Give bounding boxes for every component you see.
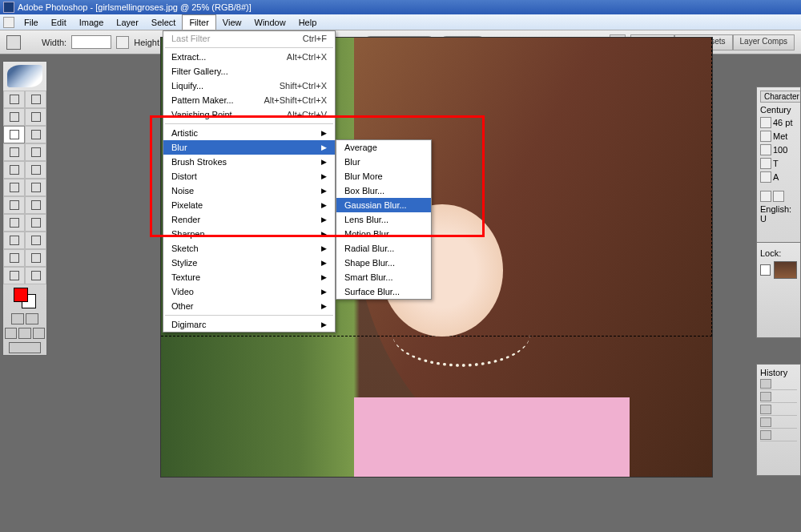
shape-tool[interactable]	[25, 232, 46, 249]
history-row[interactable]	[760, 390, 797, 403]
blur-gaussian-blur[interactable]: Gaussian Blur...	[336, 198, 431, 212]
filter-distort[interactable]: Distort▶	[163, 169, 335, 183]
blur-lens-blur[interactable]: Lens Blur...	[336, 212, 431, 227]
menu-window[interactable]: Window	[248, 15, 292, 30]
menu-file[interactable]: File	[18, 15, 45, 30]
screen-mode-full[interactable]	[33, 328, 45, 339]
blur-box-blur[interactable]: Box Blur...	[336, 183, 431, 198]
filter-video[interactable]: Video▶	[163, 284, 335, 299]
move-tool[interactable]	[25, 91, 46, 108]
screen-mode-full-menu[interactable]	[18, 328, 30, 339]
screen-mode-standard[interactable]	[5, 328, 17, 339]
filter-pixelate[interactable]: Pixelate▶	[163, 198, 335, 212]
language-select[interactable]: English: U	[760, 204, 797, 224]
blur-motion-blur[interactable]: Motion Blur...	[336, 227, 431, 241]
menu-view[interactable]: View	[216, 15, 248, 30]
character-tab[interactable]: Character	[760, 91, 801, 103]
swap-dimensions-icon[interactable]	[116, 36, 129, 49]
history-panel[interactable]: History	[756, 364, 801, 476]
filter-extract[interactable]: Extract...Alt+Ctrl+X	[163, 50, 335, 64]
history-row[interactable]	[760, 429, 797, 441]
filter-other[interactable]: Other▶	[163, 299, 335, 313]
eraser-tool[interactable]	[3, 179, 25, 196]
layer-thumbnail[interactable]	[774, 261, 797, 279]
history-tab[interactable]: History	[760, 368, 787, 377]
filter-blur[interactable]: Blur▶	[163, 140, 335, 155]
blur-submenu: Average Blur Blur More Box Blur... Gauss…	[336, 139, 432, 300]
filter-stylize[interactable]: Stylize▶	[163, 256, 335, 270]
lasso-tool[interactable]	[3, 108, 25, 126]
filter-brush-strokes[interactable]: Brush Strokes▶	[163, 155, 335, 169]
vscale-icon	[760, 158, 771, 169]
dodge-tool[interactable]	[25, 196, 46, 214]
menu-layer[interactable]: Layer	[110, 15, 145, 30]
marquee-tool[interactable]	[3, 91, 25, 108]
standard-mode-button[interactable]	[11, 313, 24, 324]
foreground-color[interactable]	[14, 288, 28, 302]
leading-value[interactable]: Met	[773, 131, 787, 141]
filter-vanishing-point[interactable]: Vanishing Point...Alt+Ctrl+V	[163, 107, 335, 122]
filter-pattern-maker[interactable]: Pattern Maker...Alt+Shift+Ctrl+X	[163, 93, 335, 107]
slice-tool[interactable]	[25, 126, 46, 143]
zoom-tool[interactable]	[25, 267, 46, 284]
filter-artistic[interactable]: Artistic▶	[163, 126, 335, 140]
color-swatches[interactable]	[3, 284, 46, 312]
history-row[interactable]	[760, 416, 797, 429]
imageready-button[interactable]	[9, 342, 41, 353]
blur-smart-blur[interactable]: Smart Blur...	[336, 270, 431, 284]
notes-tool[interactable]	[3, 249, 25, 267]
crop-tool-icon[interactable]	[6, 35, 21, 50]
blur-blur-more[interactable]: Blur More	[336, 169, 431, 183]
filter-menu-dropdown: Last FilterCtrl+F Extract...Alt+Ctrl+X F…	[163, 30, 336, 332]
history-row[interactable]	[760, 403, 797, 416]
path-selection-tool[interactable]	[3, 214, 25, 232]
filter-sharpen[interactable]: Sharpen▶	[163, 227, 335, 241]
filter-liquify[interactable]: Liquify...Shift+Ctrl+X	[163, 79, 335, 93]
layers-panel[interactable]: Lock:	[756, 242, 801, 338]
blur-blur[interactable]: Blur	[336, 155, 431, 169]
layer-row[interactable]	[760, 261, 797, 279]
menu-edit[interactable]: Edit	[45, 15, 73, 30]
filter-render[interactable]: Render▶	[163, 212, 335, 227]
filter-texture[interactable]: Texture▶	[163, 270, 335, 284]
history-brush-tool[interactable]	[25, 161, 46, 179]
visibility-eye-icon[interactable]	[760, 264, 771, 276]
menu-help[interactable]: Help	[292, 15, 324, 30]
blur-radial-blur[interactable]: Radial Blur...	[336, 241, 431, 256]
crop-tool[interactable]	[3, 126, 25, 143]
blur-shape-blur[interactable]: Shape Blur...	[336, 256, 431, 270]
tracking-value[interactable]: 100	[773, 145, 787, 155]
clone-stamp-tool[interactable]	[3, 161, 25, 179]
tracking-icon	[760, 144, 771, 155]
menu-filter[interactable]: Filter	[182, 14, 215, 30]
type-tool[interactable]	[25, 214, 46, 232]
filter-noise[interactable]: Noise▶	[163, 183, 335, 198]
menu-image[interactable]: Image	[73, 15, 111, 30]
font-family-field[interactable]: Century	[760, 105, 791, 115]
blur-surface-blur[interactable]: Surface Blur...	[336, 284, 431, 299]
gradient-tool[interactable]	[25, 179, 46, 196]
font-size-value[interactable]: 46 pt	[773, 118, 792, 127]
menu-select[interactable]: Select	[145, 15, 183, 30]
app-menu-icon[interactable]	[3, 17, 14, 28]
panel-tab-layer-comps[interactable]: Layer Comps	[733, 34, 795, 50]
blur-tool[interactable]	[3, 196, 25, 214]
italic-icon[interactable]	[773, 191, 784, 202]
eyedropper-tool[interactable]	[25, 249, 46, 267]
hand-tool[interactable]	[3, 267, 25, 284]
magic-wand-tool[interactable]	[25, 108, 46, 126]
filter-last-filter: Last FilterCtrl+F	[163, 31, 335, 46]
blur-average[interactable]: Average	[336, 140, 431, 155]
width-input[interactable]	[71, 35, 111, 49]
menu-bar: File Edit Image Layer Select Filter View…	[0, 14, 801, 30]
bold-icon[interactable]	[760, 191, 771, 202]
history-row[interactable]	[760, 377, 797, 390]
filter-filter-gallery[interactable]: Filter Gallery...	[163, 64, 335, 79]
pen-tool[interactable]	[3, 232, 25, 249]
width-label: Width:	[42, 38, 66, 47]
quick-mask-button[interactable]	[26, 313, 38, 324]
filter-digimarc[interactable]: Digimarc▶	[163, 317, 335, 332]
filter-sketch[interactable]: Sketch▶	[163, 241, 335, 256]
brush-tool[interactable]	[25, 143, 46, 161]
healing-brush-tool[interactable]	[3, 143, 25, 161]
